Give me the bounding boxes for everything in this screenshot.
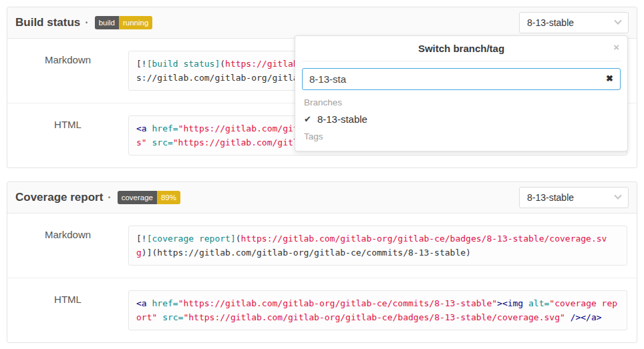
chevron-down-icon [614,192,621,200]
branch-search-input[interactable] [302,68,621,90]
row-label: Markdown [7,226,128,266]
build-status-badge: build running [95,16,153,30]
coverage-badge: coverage 89% [118,191,180,205]
dropdown-header: Switch branch/tag × [302,36,621,61]
row-label: Markdown [7,51,128,91]
branch-item-label: 8-13-stable [317,113,367,125]
branch-selector-button[interactable]: 8-13-stable [519,12,629,33]
project-badges-page: Build status · build running 8-13-stable… [0,0,644,349]
markdown-code-block[interactable]: [![coverage report](https://gitlab.com/g… [128,226,627,266]
dropdown-title: Switch branch/tag [418,43,504,54]
badge-key: build [95,16,119,30]
clear-search-icon[interactable]: ✖ [606,74,613,83]
branch-selector-label: 8-13-stable [527,17,574,28]
panel-title: Coverage report [15,191,103,204]
branch-item-8-13-stable[interactable]: ✔ 8-13-stable [302,110,621,128]
build-status-header: Build status · build running 8-13-stable [7,7,637,39]
title-separator: · [108,192,111,204]
row-label: HTML [7,290,128,330]
branch-selector-button[interactable]: 8-13-stable [519,187,629,208]
coverage-report-panel: Coverage report · coverage 89% 8-13-stab… [7,182,637,343]
branches-section-header: Branches [302,94,621,110]
check-icon: ✔ [304,114,311,124]
panel-title: Build status [15,16,80,29]
code-text: [![coverage report](https://gitlab.com/g… [136,232,618,260]
coverage-report-header: Coverage report · coverage 89% 8-13-stab… [7,182,637,214]
tags-section-header: Tags [302,128,621,144]
chevron-down-icon [614,17,621,25]
title-separator: · [85,17,88,29]
badge-value: 89% [157,191,180,205]
html-row: HTML <a href="https://gitlab.com/gitlab-… [7,278,637,342]
branch-list: Branches ✔ 8-13-stable Tags [295,94,627,144]
badge-value: running [119,16,152,30]
branch-search: ✖ [302,68,621,90]
html-code-block[interactable]: <a href="https://gitlab.com/gitlab-org/g… [128,290,627,330]
switch-branch-dropdown: Switch branch/tag × ✖ Branches ✔ 8-13-st… [295,35,628,151]
close-icon[interactable]: × [613,42,619,52]
branch-selector-label: 8-13-stable [527,192,574,203]
row-label: HTML [7,115,128,155]
badge-key: coverage [118,191,157,205]
markdown-row: Markdown [![coverage report](https://git… [7,214,637,278]
code-text: <a href="https://gitlab.com/gitlab-org/g… [136,296,618,324]
